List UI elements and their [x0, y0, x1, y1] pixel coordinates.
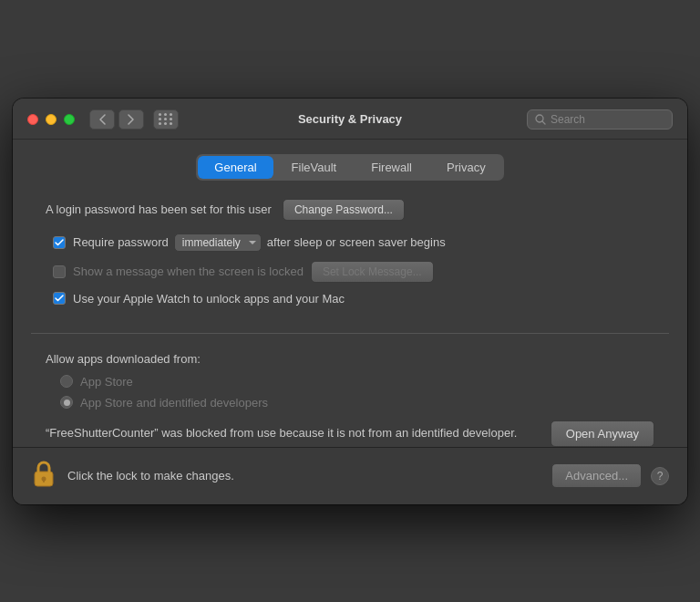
- after-sleep-label: after sleep or screen saver begins: [267, 235, 446, 249]
- show-message-checkbox[interactable]: [53, 265, 66, 278]
- back-button[interactable]: [89, 109, 115, 130]
- require-password-label: Require password: [73, 235, 169, 249]
- apple-watch-label: Use your Apple Watch to unlock apps and …: [73, 292, 345, 306]
- main-window: Security & Privacy General FileVault Fir…: [13, 99, 687, 504]
- app-store-identified-radio-row: App Store and identified developers: [46, 396, 654, 410]
- minimize-button[interactable]: [46, 114, 57, 125]
- apple-watch-row: Use your Apple Watch to unlock apps and …: [46, 292, 654, 306]
- require-password-row: Require password immediately after sleep…: [46, 234, 654, 252]
- app-store-identified-radio[interactable]: [60, 396, 73, 409]
- password-timing-dropdown[interactable]: immediately: [174, 234, 262, 252]
- show-message-label: Show a message when the screen is locked: [73, 265, 304, 278]
- change-password-button[interactable]: Change Password...: [283, 199, 405, 221]
- advanced-button[interactable]: Advanced...: [551, 463, 642, 488]
- require-password-checkbox[interactable]: [53, 236, 66, 249]
- traffic-lights: [27, 114, 75, 125]
- tab-filevault[interactable]: FileVault: [275, 156, 354, 179]
- password-section: A login password has been set for this u…: [31, 199, 669, 315]
- app-store-label: App Store: [80, 375, 133, 389]
- allow-apps-section: Allow apps downloaded from: App Store Ap…: [31, 352, 669, 447]
- lock-icon: [31, 459, 57, 490]
- search-bar[interactable]: [527, 109, 673, 130]
- grid-icon: [159, 113, 173, 125]
- titlebar: Security & Privacy: [13, 99, 687, 140]
- maximize-button[interactable]: [64, 114, 75, 125]
- tab-firewall[interactable]: Firewall: [355, 156, 428, 179]
- content-area: General FileVault Firewall Privacy A log…: [13, 140, 687, 447]
- password-timing-value: immediately: [182, 236, 241, 249]
- app-store-radio[interactable]: [60, 375, 73, 388]
- password-label: A login password has been set for this u…: [46, 202, 272, 216]
- lock-label: Click the lock to make changes.: [67, 469, 551, 483]
- tab-general[interactable]: General: [198, 156, 273, 179]
- tab-privacy[interactable]: Privacy: [430, 156, 502, 179]
- tab-bar: General FileVault Firewall Privacy: [31, 154, 669, 181]
- blocked-app-text: “FreeShutterCounter” was blocked from us…: [46, 425, 536, 441]
- lock-icon-wrapper[interactable]: [31, 459, 57, 493]
- close-button[interactable]: [27, 114, 38, 125]
- allow-apps-label: Allow apps downloaded from:: [46, 352, 654, 366]
- app-store-identified-label: App Store and identified developers: [80, 396, 268, 410]
- grid-button[interactable]: [153, 109, 179, 130]
- window-title: Security & Privacy: [298, 112, 402, 126]
- section-divider: [31, 333, 669, 334]
- password-row: A login password has been set for this u…: [46, 199, 654, 221]
- nav-buttons: [89, 109, 144, 130]
- show-message-row: Show a message when the screen is locked…: [46, 261, 654, 283]
- checkmark-icon: [55, 295, 64, 302]
- help-label: ?: [657, 470, 664, 483]
- search-input[interactable]: [551, 113, 664, 126]
- apple-watch-checkbox[interactable]: [53, 292, 66, 305]
- bottom-bar: Click the lock to make changes. Advanced…: [13, 447, 687, 504]
- tab-group: General FileVault Firewall Privacy: [196, 154, 503, 181]
- search-icon: [535, 114, 546, 125]
- blocked-app-row: “FreeShutterCounter” was blocked from us…: [46, 420, 654, 447]
- app-store-radio-row: App Store: [46, 375, 654, 389]
- open-anyway-button[interactable]: Open Anyway: [551, 420, 654, 447]
- forward-button[interactable]: [118, 109, 144, 130]
- svg-rect-3: [43, 479, 45, 483]
- checkmark-icon: [55, 239, 64, 246]
- set-lock-message-button[interactable]: Set Lock Message...: [311, 261, 434, 283]
- help-button[interactable]: ?: [651, 467, 669, 485]
